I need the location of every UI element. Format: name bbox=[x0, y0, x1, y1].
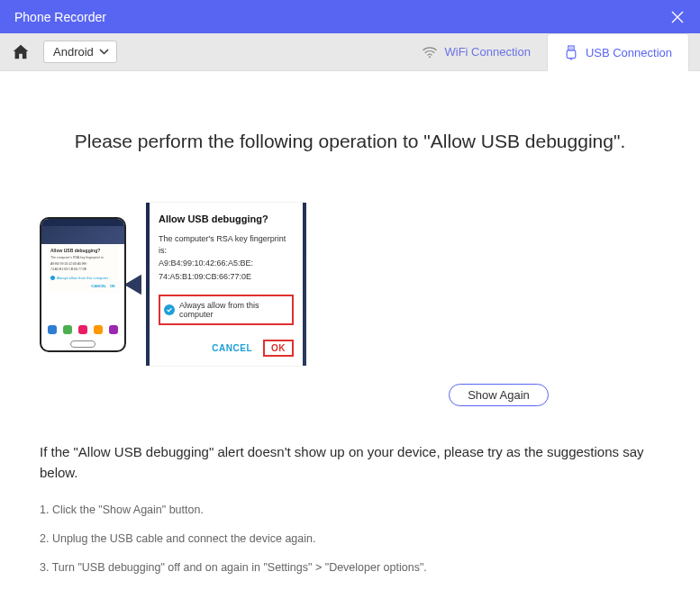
phone-mockup: Allow USB debugging? The computer's RSA … bbox=[40, 217, 126, 352]
tab-wifi-label: WiFi Connection bbox=[445, 45, 531, 59]
mockup-cancel: CANCEL bbox=[91, 284, 106, 288]
mockup-dialog-line2: A9:B4:99:10:42:66:A5:BE: bbox=[50, 262, 115, 267]
dialog-checkbox-label: Always allow from this computer bbox=[179, 301, 288, 319]
chevron-down-icon bbox=[99, 49, 109, 55]
dialog-ok-highlight: OK bbox=[263, 340, 294, 357]
page-headline: Please perform the following operation t… bbox=[40, 71, 660, 203]
mockup-ok: OK bbox=[110, 284, 115, 288]
home-icon bbox=[11, 42, 31, 62]
step-2: 2. Unplug the USB cable and connect the … bbox=[40, 530, 660, 548]
mockup-dialog-title: Allow USB debugging? bbox=[50, 248, 115, 254]
dialog-body-3: 74:A5:B1:09:CB:66:77:0E bbox=[159, 271, 294, 283]
mockup-checkbox-label: Always allow from this computer bbox=[57, 276, 108, 280]
svg-marker-7 bbox=[124, 276, 141, 293]
dialog-checkbox-highlight: Always allow from this computer bbox=[159, 295, 294, 325]
dialog-title: Allow USB debugging? bbox=[159, 213, 294, 224]
dialog-zoom: Allow USB debugging? The computer's RSA … bbox=[150, 203, 303, 366]
titlebar: Phone Recorder bbox=[0, 0, 700, 33]
mockup-dialog-line1: The computer's RSA key fingerprint is: bbox=[50, 256, 115, 260]
check-icon bbox=[164, 304, 175, 315]
subheading: If the "Allow USB debugging" alert doesn… bbox=[40, 442, 660, 483]
usb-icon bbox=[564, 45, 578, 61]
close-icon bbox=[671, 11, 684, 23]
troubleshoot-steps: 1. Click the "Show Again" button. 2. Unp… bbox=[40, 501, 660, 576]
show-again-button[interactable]: Show Again bbox=[449, 384, 549, 406]
app-title: Phone Recorder bbox=[14, 10, 669, 24]
wifi-icon bbox=[422, 46, 438, 59]
svg-rect-1 bbox=[568, 46, 574, 50]
platform-select[interactable]: Android bbox=[43, 41, 117, 63]
svg-rect-3 bbox=[571, 47, 572, 49]
step-3: 3. Turn "USB debugging" off and on again… bbox=[40, 558, 660, 576]
dialog-body-2: A9:B4:99:10:42:66:A5:BE: bbox=[159, 258, 294, 269]
mockup-dialog-line3: 74:A5:B1:09:CB:66:77:0E bbox=[50, 268, 115, 272]
dialog-cancel: CANCEL bbox=[212, 343, 252, 353]
toolbar: Android WiFi Connection USB Connection bbox=[0, 33, 700, 71]
svg-rect-4 bbox=[567, 50, 576, 58]
close-button[interactable] bbox=[669, 9, 686, 25]
home-button[interactable] bbox=[11, 42, 31, 62]
dialog-body-1: The computer's RSA key fingerprint is: bbox=[159, 233, 294, 256]
svg-rect-2 bbox=[569, 47, 570, 49]
tab-usb-connection[interactable]: USB Connection bbox=[547, 33, 689, 71]
svg-point-0 bbox=[429, 56, 431, 58]
step-1: 1. Click the "Show Again" button. bbox=[40, 501, 660, 519]
tab-usb-label: USB Connection bbox=[586, 46, 672, 59]
content-area: Please perform the following operation t… bbox=[0, 71, 700, 605]
illustration-row: Allow USB debugging? The computer's RSA … bbox=[40, 203, 660, 366]
platform-label: Android bbox=[53, 45, 94, 59]
tab-wifi-connection[interactable]: WiFi Connection bbox=[405, 33, 547, 70]
connection-tabs: WiFi Connection USB Connection bbox=[405, 33, 690, 70]
arrow-icon bbox=[124, 271, 146, 298]
